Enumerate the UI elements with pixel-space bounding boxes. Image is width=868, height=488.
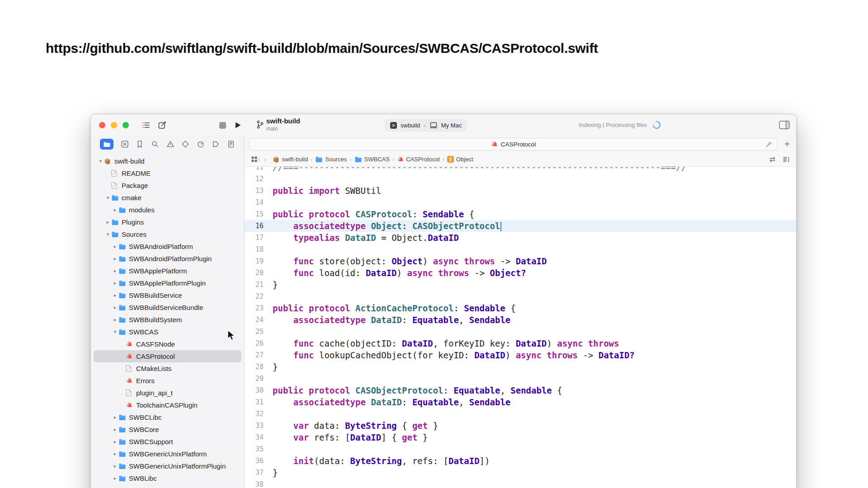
line-number[interactable]: 12 bbox=[245, 173, 269, 185]
line-number[interactable]: 21 bbox=[245, 279, 269, 291]
minimap-icon[interactable] bbox=[783, 156, 790, 163]
chevron-right-icon[interactable]: ▸ bbox=[104, 219, 111, 225]
code-line-21[interactable]: 21} bbox=[245, 279, 796, 291]
chevron-right-icon[interactable]: ▸ bbox=[112, 207, 118, 213]
chevron-right-icon[interactable]: ▸ bbox=[112, 427, 118, 432]
line-number[interactable]: 16 bbox=[245, 220, 269, 232]
line-number[interactable]: 23 bbox=[245, 302, 269, 314]
code-line-20[interactable]: 20 func load(id: DataID) async throws ->… bbox=[245, 267, 796, 279]
code-line-38[interactable]: 38 bbox=[245, 479, 796, 488]
line-number[interactable]: 19 bbox=[245, 255, 269, 267]
list-icon[interactable] bbox=[142, 121, 151, 130]
line-number[interactable]: 36 bbox=[245, 455, 269, 467]
sidebar-item-swbbuildservice[interactable]: ▸SWBBuildService bbox=[94, 289, 241, 301]
line-number[interactable]: 32 bbox=[245, 408, 269, 420]
line-number[interactable]: 35 bbox=[245, 443, 269, 455]
chevron-right-icon[interactable]: ▸ bbox=[112, 292, 118, 298]
code-line-37[interactable]: 37} bbox=[245, 467, 796, 479]
sidebar-item-readme[interactable]: README bbox=[94, 167, 241, 179]
code-line-31[interactable]: 31 associatedtype DataID: Equatable, Sen… bbox=[245, 396, 796, 408]
breadcrumb-item-sources[interactable]: Sources bbox=[315, 156, 347, 163]
breadcrumb-item-swift-build[interactable]: swift-build bbox=[273, 156, 308, 163]
chevron-right-icon[interactable]: ▸ bbox=[112, 451, 118, 457]
line-number[interactable]: 18 bbox=[245, 244, 269, 255]
tab-casprotocol[interactable]: CASProtocol bbox=[249, 138, 777, 150]
chevron-right-icon[interactable]: ▸ bbox=[112, 256, 118, 262]
line-number[interactable]: 31 bbox=[245, 396, 269, 408]
chevron-right-icon[interactable]: ▸ bbox=[112, 439, 118, 445]
sidebar-item-sources[interactable]: ▾Sources bbox=[94, 228, 241, 240]
line-number[interactable]: 33 bbox=[245, 420, 269, 432]
sidebar-item-cmakelists[interactable]: CMakeLists bbox=[94, 362, 241, 375]
line-number[interactable]: 26 bbox=[245, 338, 269, 349]
line-number[interactable]: 20 bbox=[245, 267, 269, 279]
sidebar-item-casfsnode[interactable]: CASFSNode bbox=[94, 338, 241, 350]
sidebar-item-swbbuildservicebundle[interactable]: ▸SWBBuildServiceBundle bbox=[94, 301, 241, 314]
chevron-down-icon[interactable]: ▾ bbox=[112, 329, 118, 335]
chevron-right-icon[interactable]: ▸ bbox=[112, 280, 118, 286]
code-line-35[interactable]: 35 bbox=[245, 443, 796, 455]
sidebar-item-cmake[interactable]: ▾cmake bbox=[94, 192, 241, 204]
project-navigator-icon[interactable] bbox=[100, 139, 113, 150]
breadcrumb-item-casprotocol[interactable]: CASProtocol bbox=[397, 156, 439, 163]
chevron-right-icon[interactable]: ▸ bbox=[112, 244, 118, 249]
code-line-28[interactable]: 28} bbox=[245, 361, 796, 373]
code-line-27[interactable]: 27 func lookupCachedObject(for keyID: Da… bbox=[245, 349, 796, 361]
scheme-name[interactable]: swbuild bbox=[401, 122, 420, 129]
chevron-right-icon[interactable]: ▸ bbox=[112, 305, 118, 310]
code-line-12[interactable]: 12 bbox=[245, 173, 796, 185]
sidebar-item-swblibc[interactable]: ▸SWBLibc bbox=[94, 472, 241, 484]
source-control-icon[interactable] bbox=[121, 140, 129, 148]
sidebar-item-swbandroidplatform[interactable]: ▸SWBAndroidPlatform bbox=[94, 240, 241, 253]
line-number[interactable]: 17 bbox=[245, 232, 269, 244]
line-number[interactable]: 15 bbox=[245, 208, 269, 220]
stop-button[interactable] bbox=[219, 122, 226, 129]
sidebar-item-swbappleplatformplugin[interactable]: ▸SWBApplePlatformPlugin bbox=[94, 277, 241, 289]
scheme-selector[interactable]: > swbuild › My Mac bbox=[385, 119, 467, 131]
code-line-29[interactable]: 29 bbox=[245, 373, 796, 385]
related-items-icon[interactable] bbox=[251, 156, 258, 163]
chevron-down-icon[interactable]: ▾ bbox=[97, 158, 104, 164]
line-number[interactable]: 22 bbox=[245, 291, 269, 302]
code-line-26[interactable]: 26 func cache(objectID: DataID, forKeyID… bbox=[245, 338, 796, 349]
sidebar-item-swbcsupport[interactable]: ▸SWBCSupport bbox=[94, 436, 241, 448]
code-line-23[interactable]: 23public protocol ActionCacheProtocol: S… bbox=[245, 302, 796, 314]
code-line-16[interactable]: 16 associatedtype Object: CASObjectProto… bbox=[245, 220, 796, 232]
add-tab-button[interactable]: + bbox=[784, 138, 790, 150]
line-number[interactable]: 25 bbox=[245, 326, 269, 338]
code-line-13[interactable]: 13public import SWBUtil bbox=[245, 185, 796, 197]
code-line-33[interactable]: 33 var data: ByteString { get } bbox=[245, 420, 796, 432]
line-number[interactable]: 38 bbox=[245, 479, 269, 488]
minimize-window-button[interactable] bbox=[111, 122, 117, 128]
chevron-right-icon[interactable]: ▸ bbox=[112, 317, 118, 323]
line-number[interactable]: 34 bbox=[245, 432, 269, 443]
chevron-right-icon[interactable]: ▸ bbox=[112, 463, 118, 469]
active-project[interactable]: swift-build main bbox=[266, 117, 300, 132]
line-number[interactable]: 11 bbox=[245, 167, 269, 173]
line-number[interactable]: 27 bbox=[245, 349, 269, 361]
chevron-right-icon[interactable]: ▸ bbox=[112, 414, 118, 420]
breadcrumb-item-object[interactable]: TObject bbox=[447, 156, 473, 163]
sidebar-item-casprotocol[interactable]: CASProtocol bbox=[94, 350, 241, 362]
sidebar-item-errors[interactable]: Errors bbox=[94, 375, 241, 387]
line-number[interactable]: 30 bbox=[245, 385, 269, 396]
code-line-11[interactable]: 11//===---------------------------------… bbox=[245, 167, 796, 173]
breadcrumb-item-swbcas[interactable]: SWBCAS bbox=[354, 156, 390, 163]
zoom-window-button[interactable] bbox=[123, 122, 129, 128]
sidebar-item-swbappleplatform[interactable]: ▸SWBApplePlatform bbox=[94, 265, 241, 277]
chevron-right-icon[interactable]: ▸ bbox=[112, 475, 118, 481]
code-line-34[interactable]: 34 var refs: [DataID] { get } bbox=[245, 432, 796, 443]
code-line-22[interactable]: 22 bbox=[245, 291, 796, 302]
sidebar-item-package[interactable]: Package bbox=[94, 179, 241, 192]
bookmarks-icon[interactable] bbox=[136, 140, 144, 148]
sidebar-item-swbbuildsystem[interactable]: ▸SWBBuildSystem bbox=[94, 314, 241, 326]
chevron-down-icon[interactable]: ▾ bbox=[104, 195, 111, 201]
close-window-button[interactable] bbox=[99, 122, 105, 128]
sidebar-item-swbgenericunixplatformplugin[interactable]: ▸SWBGenericUnixPlatformPlugin bbox=[94, 460, 241, 472]
code-line-32[interactable]: 32 bbox=[245, 408, 796, 420]
sidebar-item-swbgenericunixplatform[interactable]: ▸SWBGenericUnixPlatform bbox=[94, 448, 241, 460]
activity-status[interactable]: Indexing | Processing files bbox=[579, 122, 647, 128]
chevron-right-icon[interactable]: ▸ bbox=[112, 268, 118, 274]
chevron-down-icon[interactable]: ▾ bbox=[104, 231, 111, 237]
line-number[interactable]: 37 bbox=[245, 467, 269, 479]
